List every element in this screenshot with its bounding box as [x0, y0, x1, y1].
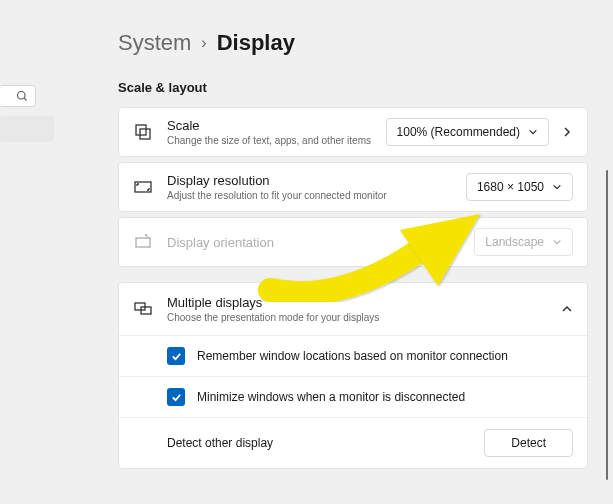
remember-label: Remember window locations based on monit…: [197, 349, 508, 363]
minimize-checkbox[interactable]: [167, 388, 185, 406]
orientation-value: Landscape: [485, 235, 544, 249]
svg-point-0: [18, 92, 26, 100]
remember-row[interactable]: Remember window locations based on monit…: [119, 336, 587, 377]
svg-line-1: [24, 98, 26, 100]
detect-row: Detect other display Detect: [119, 418, 587, 468]
svg-rect-5: [136, 238, 150, 247]
svg-rect-3: [140, 129, 150, 139]
scale-desc: Change the size of text, apps, and other…: [167, 135, 386, 146]
multiple-displays-header[interactable]: Multiple displays Choose the presentatio…: [119, 283, 587, 336]
breadcrumb: System › Display: [118, 30, 588, 56]
scale-title: Scale: [167, 118, 386, 133]
chevron-down-icon: [552, 237, 562, 247]
multiple-displays-icon: [133, 299, 153, 319]
scale-dropdown[interactable]: 100% (Recommended): [386, 118, 549, 146]
detect-label: Detect other display: [167, 436, 273, 450]
chevron-down-icon: [552, 182, 562, 192]
check-icon: [171, 392, 182, 403]
resolution-title: Display resolution: [167, 173, 466, 188]
section-title: Scale & layout: [118, 80, 588, 95]
orientation-icon: [133, 232, 153, 252]
orientation-title: Display orientation: [167, 235, 474, 250]
minimize-row[interactable]: Minimize windows when a monitor is disco…: [119, 377, 587, 418]
multiple-displays-title: Multiple displays: [167, 295, 561, 310]
chevron-up-icon[interactable]: [561, 303, 573, 315]
scrollbar[interactable]: [606, 170, 608, 480]
scale-value: 100% (Recommended): [397, 125, 520, 139]
scale-row[interactable]: Scale Change the size of text, apps, and…: [118, 107, 588, 157]
multiple-displays-group: Multiple displays Choose the presentatio…: [118, 282, 588, 469]
orientation-dropdown: Landscape: [474, 228, 573, 256]
chevron-right-icon: ›: [201, 34, 206, 52]
chevron-down-icon: [528, 127, 538, 137]
resolution-desc: Adjust the resolution to fit your connec…: [167, 190, 466, 201]
breadcrumb-parent[interactable]: System: [118, 30, 191, 56]
main-content: System › Display Scale & layout Scale Ch…: [118, 30, 588, 474]
check-icon: [171, 351, 182, 362]
chevron-right-icon[interactable]: [561, 126, 573, 138]
search-input[interactable]: [0, 85, 36, 107]
search-icon: [16, 90, 28, 102]
scale-icon: [133, 122, 153, 142]
breadcrumb-current: Display: [217, 30, 295, 56]
multiple-displays-desc: Choose the presentation mode for your di…: [167, 312, 561, 323]
resolution-icon: [133, 177, 153, 197]
svg-rect-2: [136, 125, 146, 135]
remember-checkbox[interactable]: [167, 347, 185, 365]
resolution-dropdown[interactable]: 1680 × 1050: [466, 173, 573, 201]
detect-button[interactable]: Detect: [484, 429, 573, 457]
resolution-value: 1680 × 1050: [477, 180, 544, 194]
minimize-label: Minimize windows when a monitor is disco…: [197, 390, 465, 404]
nav-item-placeholder[interactable]: [0, 116, 54, 142]
orientation-row: Display orientation Landscape: [118, 217, 588, 267]
resolution-row[interactable]: Display resolution Adjust the resolution…: [118, 162, 588, 212]
